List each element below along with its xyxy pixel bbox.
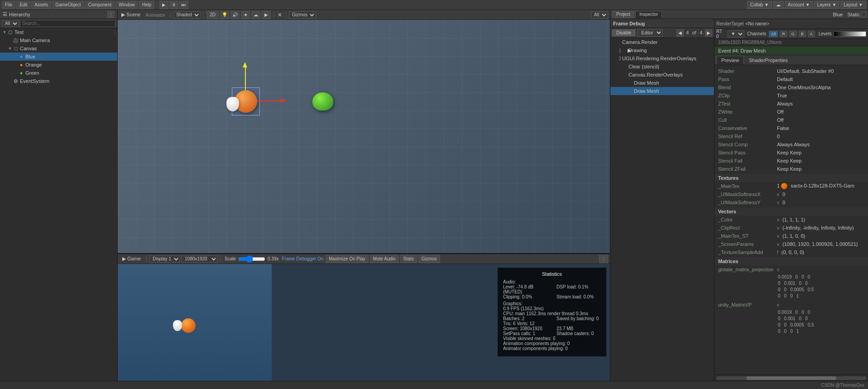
stats-level-label: Level: <box>503 284 515 289</box>
stats-setpass-col: SetPass calls: 1 <box>503 331 547 336</box>
inspector-tab[interactable]: Inspector <box>635 11 662 18</box>
stats-shadow-value: 0 <box>591 331 594 336</box>
ui-mask-y-v: v <box>777 200 779 205</box>
stats-clip-row: Clipping: 0.0% Stream load: 0.0% <box>503 294 601 299</box>
anim-btn[interactable]: ▶ <box>262 11 271 19</box>
hierarchy-item-green[interactable]: ● Green <box>0 69 117 77</box>
scene-all-select[interactable]: All <box>591 11 608 19</box>
gizmos-select[interactable]: Gizmos <box>289 11 316 19</box>
light-btn[interactable]: 💡 <box>220 11 229 19</box>
menu-help[interactable]: Help <box>139 1 155 9</box>
preview-tab[interactable]: Preview <box>716 56 744 65</box>
hierarchy-item-canvas[interactable]: ▼ □ Canvas <box>0 44 117 53</box>
stats-verts-label: Verts: <box>517 321 528 326</box>
game-menu-btn[interactable]: ⋮ <box>599 255 608 263</box>
gizmo-x-tip <box>281 98 286 103</box>
prop-ui-mask-x: _UIMaskSoftnessX v 0 <box>715 190 868 198</box>
inspector-scrollbar[interactable] <box>715 375 868 381</box>
shading-select[interactable]: Shaded <box>173 11 201 19</box>
sky-btn[interactable]: ☁ <box>251 11 260 19</box>
menu-assets[interactable]: Assets <box>31 1 51 9</box>
menu-edit[interactable]: Edit <box>16 1 30 9</box>
icon-canvas: □ <box>13 46 19 51</box>
fd-item-camera-render[interactable]: Camera.Render <box>610 38 714 46</box>
menu-window[interactable]: Window <box>115 1 138 9</box>
menu-component[interactable]: Component <box>85 1 115 9</box>
hierarchy-item-test[interactable]: ▼ ⬡ Test ⋮ <box>0 28 117 36</box>
hierarchy-item-eventsystem[interactable]: ⚙ EventSystem <box>0 77 117 85</box>
prop-stencil-ref: Stencil Ref 0 <box>715 132 868 140</box>
stats-setpass-row: SetPass calls: 1 Shadow casters: 0 <box>503 331 601 336</box>
fx-btn[interactable]: ★ <box>241 11 250 19</box>
game-gizmos-btn[interactable]: Gizmos <box>418 255 440 263</box>
game-sep2 <box>221 256 221 262</box>
collab-btn[interactable]: Collab ▼ <box>747 1 772 9</box>
layout-btn[interactable]: Layout ▼ <box>840 1 866 9</box>
pause-btn[interactable]: ⏸ <box>169 1 178 9</box>
fd-item-draw-mesh-1[interactable]: Draw Mesh <box>610 79 714 87</box>
fd-item-draw-mesh-2[interactable]: Draw Mesh <box>610 87 714 95</box>
hierarchy-search-input[interactable] <box>20 20 115 27</box>
mute-audio-btn[interactable]: Mute Audio <box>370 255 399 263</box>
test-menu[interactable]: ⋮ <box>113 30 117 35</box>
scene-tab[interactable]: ▶ Scene <box>120 12 142 18</box>
static-checkbox[interactable] <box>861 12 866 17</box>
stats-tris-col: Tris: 6 Verts: 12 <box>503 321 601 326</box>
editor-select[interactable]: Editor <box>637 29 663 37</box>
maximize-play-btn[interactable]: Maximize On Play <box>326 255 369 263</box>
prop-conservative-value: False <box>777 125 864 131</box>
ch-b-btn[interactable]: B <box>799 31 806 37</box>
display-select[interactable]: Display 1 <box>149 255 180 263</box>
fd-item-ugui[interactable]: 3 UGUI.Rendering.RenderOverlays <box>610 54 714 62</box>
stats-cpu-value: 1162.3ms <box>526 311 546 316</box>
prop-ztest-value: Always <box>777 101 864 106</box>
fd-item-clear[interactable]: Clear (stencil) <box>610 62 714 71</box>
account-btn[interactable]: Account ▼ <box>785 1 813 9</box>
shader-props-tab[interactable]: ShaderProperties <box>744 56 793 65</box>
hierarchy-item-blue[interactable]: ● Blue <box>0 53 117 61</box>
layers-btn[interactable]: Layers ▼ <box>814 1 840 9</box>
scroll-track[interactable] <box>716 376 866 380</box>
hierarchy-scene-select[interactable]: All <box>2 20 19 27</box>
audio-btn[interactable]: 🔊 <box>230 11 240 19</box>
menu-gameobject[interactable]: GameObject <box>52 1 84 9</box>
stats-anim-row: Animation components playing: 0 <box>503 341 601 346</box>
menu-file[interactable]: File <box>2 1 15 9</box>
fd-item-drawing[interactable]: 1 ▶ Drawing <box>610 46 714 54</box>
cloud-btn[interactable]: ☁ <box>773 1 784 9</box>
separator <box>157 2 157 8</box>
resolution-select[interactable]: 1080x1920 <box>182 255 218 263</box>
animator-tab[interactable]: Animator <box>144 12 167 18</box>
game-tab[interactable]: ▶ Game <box>120 255 144 264</box>
disable-btn[interactable]: Disable <box>612 29 635 36</box>
stats-btn[interactable]: Stats <box>400 255 417 263</box>
scene-content[interactable] <box>118 20 610 253</box>
nav-next-btn[interactable]: ▶ <box>705 29 712 37</box>
label-test: Test <box>14 29 24 35</box>
rt-format-bar: 1080x1920 R8G8B8A8_UNorm <box>715 39 868 46</box>
hierarchy-item-main-camera[interactable]: 🎥 Main Camera <box>0 36 117 44</box>
rt-select[interactable]: ▼ <box>728 30 744 38</box>
stats-batches-label: Batches: <box>503 316 521 321</box>
ch-a-btn[interactable]: A <box>808 31 815 37</box>
hierarchy-icon: ☰ <box>3 11 7 17</box>
step-btn[interactable]: ⏭ <box>179 1 188 9</box>
project-tab[interactable]: Project <box>612 11 634 18</box>
ch-all-btn[interactable]: All <box>769 31 778 37</box>
scroll-thumb[interactable] <box>746 376 836 380</box>
preview-tabs: Preview ShaderProperties <box>715 55 868 65</box>
nav-prev-btn[interactable]: ◀ <box>676 29 684 37</box>
hierarchy-item-orange[interactable]: ● Orange <box>0 61 117 69</box>
scene-green-object[interactable] <box>312 92 333 110</box>
scale-slider[interactable] <box>238 256 265 262</box>
play-btn[interactable]: ▶ <box>159 1 168 9</box>
m1r1-4: 0 <box>808 274 810 279</box>
2d-btn[interactable]: 2D <box>206 11 219 19</box>
scene-white-object[interactable] <box>226 97 239 111</box>
stats-animator-label: Animator components playing: <box>503 346 564 351</box>
ch-g-btn[interactable]: G <box>789 31 797 37</box>
stats-tris-value: 6 <box>513 321 516 326</box>
ch-r-btn[interactable]: R <box>780 31 787 37</box>
fd-item-canvas-render[interactable]: Canvas.RenderOverlays <box>610 71 714 79</box>
hierarchy-menu-btn[interactable]: ⋮ <box>107 11 115 18</box>
